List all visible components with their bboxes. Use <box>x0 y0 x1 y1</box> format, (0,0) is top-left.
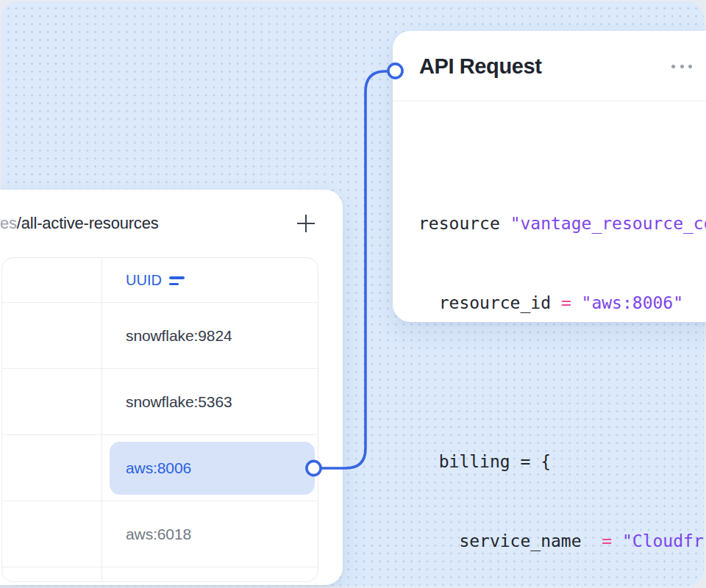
resources-table: UUID snowflake:9824 snowflake:5363 aws:8… <box>1 257 318 582</box>
api-panel-header: API Request <box>393 31 706 101</box>
breadcrumb-name: /all-active-resources <box>17 214 159 232</box>
table-row-selected[interactable]: aws:8006 <box>2 434 318 501</box>
sort-descending-icon <box>169 276 185 284</box>
uuid-column-header[interactable]: UUID <box>126 258 185 302</box>
code-line: resource_id = "aws:8006" <box>418 290 706 316</box>
code-line-blank <box>418 369 706 395</box>
uuid-cell: aws:8006 <box>126 435 191 501</box>
uuid-cell: snowflake:9824 <box>126 303 232 368</box>
table-header-row: UUID <box>2 258 318 302</box>
code-line: resource "vantage_resource_co <box>418 210 706 237</box>
resources-panel-header: es/all-active-resources <box>0 190 343 257</box>
table-row[interactable]: aws:6018 <box>2 501 318 567</box>
code-line: billing = { <box>418 448 706 475</box>
plus-icon <box>295 212 317 234</box>
code-line: service_name = "Cloudfr <box>418 528 706 554</box>
resources-breadcrumb: es/all-active-resources <box>0 214 158 233</box>
uuid-cell: aws:6018 <box>126 501 191 567</box>
add-resource-button[interactable] <box>293 210 319 237</box>
table-row[interactable]: snowflake:5363 <box>2 368 318 434</box>
breadcrumb-prefix: es <box>0 214 17 232</box>
uuid-header-label: UUID <box>126 272 162 289</box>
api-request-code: resource "vantage_resource_co resource_i… <box>418 157 706 588</box>
uuid-cell: snowflake:5363 <box>126 369 232 434</box>
api-request-panel: API Request resource "vantage_resource_c… <box>393 31 706 322</box>
resources-panel: es/all-active-resources UUID snowflake:9… <box>0 190 343 585</box>
table-row[interactable]: snowflake:9824 <box>2 302 318 368</box>
ellipsis-menu-icon[interactable] <box>662 56 702 76</box>
api-panel-title: API Request <box>419 31 541 101</box>
table-row-partial <box>2 567 318 582</box>
